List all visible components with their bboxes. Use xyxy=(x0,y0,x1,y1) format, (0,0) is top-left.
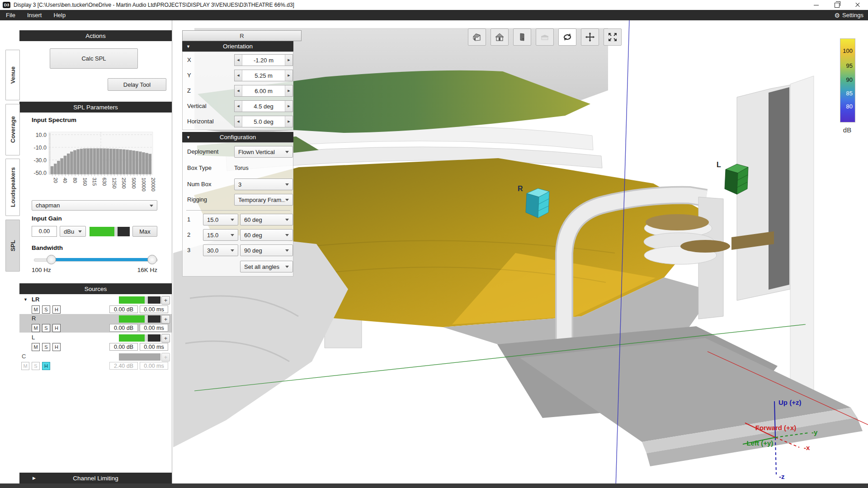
source-lr-hide-button[interactable]: H xyxy=(52,305,61,314)
z-value[interactable]: 6.00 m xyxy=(242,85,285,96)
source-row-c-name[interactable]: C xyxy=(22,353,26,360)
x-increment-button[interactable]: ▶ xyxy=(285,55,292,66)
orientation-collapse-icon[interactable]: ▼ xyxy=(186,44,190,49)
angle-2-select[interactable]: 60 deg xyxy=(240,229,293,241)
dropdown-caret-icon xyxy=(285,151,289,153)
source-r-add-button[interactable]: + xyxy=(161,315,170,324)
orientation-body: X ◀ -1.20 m ▶ Y ◀ 5.25 m ▶ Z ◀ 6.00 m ▶ … xyxy=(182,52,293,130)
inspector-title[interactable]: R xyxy=(182,30,302,41)
gain-unit-select[interactable]: dBu xyxy=(60,226,86,237)
rigging-select[interactable]: Temporary Fram... xyxy=(234,194,293,206)
view-top-button[interactable] xyxy=(536,28,554,46)
channel-limiting-header[interactable]: ▶ Channel Limiting xyxy=(19,473,172,483)
x-value[interactable]: -1.20 m xyxy=(242,55,285,66)
source-lr-meter xyxy=(119,296,160,304)
dropdown-caret-icon xyxy=(285,183,289,186)
source-r-hide-button[interactable]: H xyxy=(52,324,61,332)
x-decrement-button[interactable]: ◀ xyxy=(235,55,242,66)
horizontal-decrement-button[interactable]: ◀ xyxy=(235,116,242,127)
calc-spl-button[interactable]: Calc SPL xyxy=(50,48,138,69)
source-lr-mute-button[interactable]: M xyxy=(32,305,40,314)
splay-2-select[interactable]: 15.0 xyxy=(203,229,238,241)
source-l-hide-button[interactable]: H xyxy=(52,343,61,351)
source-r-solo-button[interactable]: S xyxy=(42,324,50,332)
lr-expander-icon[interactable]: ▼ xyxy=(24,297,28,302)
source-r-gain[interactable]: 0.00 dB xyxy=(109,324,138,332)
vertical-spinner: ◀ 4.5 deg ▶ xyxy=(234,100,293,112)
y-decrement-button[interactable]: ◀ xyxy=(235,70,242,81)
source-c-solo-button[interactable]: S xyxy=(32,362,40,370)
angle-3-select[interactable]: 90 deg xyxy=(240,244,293,256)
view-front-button[interactable] xyxy=(491,28,509,46)
configuration-collapse-icon[interactable]: ▼ xyxy=(186,135,190,140)
source-lr-add-button[interactable]: + xyxy=(161,296,170,305)
tab-venue[interactable]: Venue xyxy=(5,50,20,100)
source-r-delay[interactable]: 0.00 ms xyxy=(140,324,168,332)
spectrum-preset-select[interactable]: chapman xyxy=(32,200,157,211)
svg-text:5000: 5000 xyxy=(131,178,137,188)
horizontal-value[interactable]: 5.0 deg xyxy=(242,116,285,127)
restore-button[interactable] xyxy=(826,0,847,10)
minimize-button[interactable] xyxy=(806,0,826,10)
vertical-decrement-button[interactable]: ◀ xyxy=(235,101,242,112)
close-button[interactable] xyxy=(847,0,868,10)
menu-file[interactable]: File xyxy=(0,10,21,20)
max-gain-button[interactable]: Max xyxy=(132,226,157,237)
y-increment-button[interactable]: ▶ xyxy=(285,70,292,81)
angle-1-select[interactable]: 60 deg xyxy=(240,214,293,225)
bandwidth-handle-high[interactable] xyxy=(147,255,157,264)
menu-insert[interactable]: Insert xyxy=(21,10,48,20)
tab-coverage[interactable]: Coverage xyxy=(5,104,20,155)
y-value[interactable]: 5.25 m xyxy=(242,70,285,81)
set-all-angles-select[interactable]: Set all angles xyxy=(240,261,293,272)
input-gain-value[interactable]: 0.00 xyxy=(32,226,57,237)
source-l-add-button[interactable]: + xyxy=(161,334,170,343)
z-decrement-button[interactable]: ◀ xyxy=(235,85,242,96)
rotate-view-button[interactable] xyxy=(558,28,576,46)
source-lr-delay[interactable]: 0.00 ms xyxy=(140,305,168,313)
splay-3-select[interactable]: 30.0 xyxy=(203,244,238,256)
configuration-header[interactable]: ▼ Configuration xyxy=(182,132,293,142)
source-lr-gain[interactable]: 0.00 dB xyxy=(109,305,138,313)
tab-loudspeakers[interactable]: Loudspeakers xyxy=(5,159,20,216)
pan-view-button[interactable] xyxy=(581,28,599,46)
splay-1-select[interactable]: 15.0 xyxy=(203,214,238,225)
source-c-mute-button[interactable]: M xyxy=(21,362,29,370)
plan-view-icon xyxy=(539,32,550,42)
source-l-solo-button[interactable]: S xyxy=(42,343,50,351)
num-box-select[interactable]: 3 xyxy=(234,178,293,190)
vertical-increment-button[interactable]: ▶ xyxy=(285,101,292,112)
source-l-gain[interactable]: 0.00 dB xyxy=(109,343,138,351)
legend-tick-80: 80 xyxy=(839,103,853,110)
svg-text:2500: 2500 xyxy=(121,178,127,188)
source-row-r-name[interactable]: R xyxy=(32,315,36,322)
view-perspective-button[interactable] xyxy=(468,28,486,46)
legend-tick-95: 95 xyxy=(839,62,853,69)
zoom-extents-button[interactable] xyxy=(604,28,622,46)
house-perspective-icon xyxy=(472,32,482,42)
source-row-lr-name[interactable]: LR xyxy=(32,296,39,303)
y-label: Y xyxy=(187,72,191,79)
legend-tick-90: 90 xyxy=(839,76,853,83)
channel-limiting-expand-icon[interactable]: ▶ xyxy=(33,476,36,480)
view-side-button[interactable] xyxy=(513,28,531,46)
source-lr-solo-button[interactable]: S xyxy=(42,305,50,314)
deployment-select[interactable]: Flown Vertical xyxy=(234,146,293,158)
loudspeaker-l-label: L xyxy=(717,161,721,169)
orientation-header[interactable]: ▼ Orientation xyxy=(182,41,293,52)
settings-button[interactable]: ⚙ Settings xyxy=(834,10,863,20)
bandwidth-handle-low[interactable] xyxy=(47,255,56,264)
source-r-mute-button[interactable]: M xyxy=(32,324,40,332)
z-increment-button[interactable]: ▶ xyxy=(285,85,292,96)
menu-help[interactable]: Help xyxy=(47,10,71,20)
source-l-mute-button[interactable]: M xyxy=(32,343,40,351)
source-row-l-name[interactable]: L xyxy=(32,334,35,341)
source-c-hide-button[interactable]: H xyxy=(42,362,50,370)
svg-text:315: 315 xyxy=(92,178,97,186)
app-icon: D3 xyxy=(3,2,10,8)
tab-spl[interactable]: SPL xyxy=(5,220,20,272)
source-l-delay[interactable]: 0.00 ms xyxy=(140,343,168,351)
vertical-value[interactable]: 4.5 deg xyxy=(242,101,285,112)
delay-tool-button[interactable]: Delay Tool xyxy=(108,78,166,91)
horizontal-increment-button[interactable]: ▶ xyxy=(285,116,292,127)
